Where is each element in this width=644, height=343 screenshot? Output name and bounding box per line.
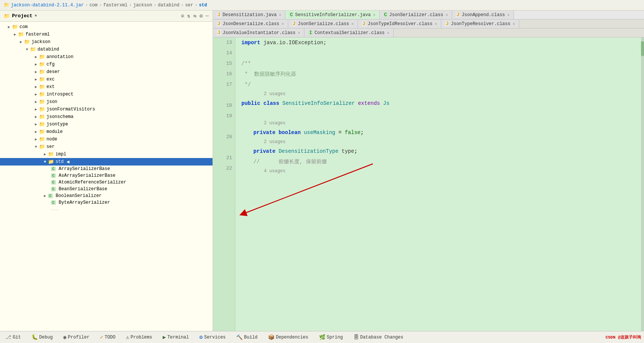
class-icon: C bbox=[289, 12, 294, 18]
build-button[interactable]: 🔨 Build bbox=[234, 333, 260, 341]
tree-item-jackson[interactable]: ▶ 📁 jackson bbox=[0, 38, 213, 46]
expand-arrow: ▶ bbox=[33, 130, 39, 134]
spring-button[interactable]: 🌿 Spring bbox=[317, 333, 345, 341]
code-line-15: /** bbox=[241, 58, 644, 69]
expand-arrow: ▶ bbox=[33, 115, 39, 119]
class-icon: C bbox=[51, 187, 56, 191]
tree-item-com[interactable]: ▶ 📁 com bbox=[0, 23, 213, 31]
tabs-row-2: J JsonDeserialize.class ✕ J JsonSerializ… bbox=[213, 19, 644, 28]
tab-json-type-id-resolver[interactable]: J JsonTypeIdResolver.class ✕ bbox=[358, 19, 441, 28]
class-icon: C bbox=[51, 167, 56, 171]
tree-item-deser[interactable]: ▶ 📁 deser bbox=[0, 68, 213, 76]
expand-arrow: ▶ bbox=[12, 32, 18, 37]
tree-item-module[interactable]: ▶ 📁 module bbox=[0, 128, 213, 136]
tree-item-ArraySerializerBase[interactable]: C ArraySerializerBase bbox=[0, 166, 213, 172]
services-button[interactable]: ⚙ Services bbox=[197, 333, 228, 341]
tree-item-impl[interactable]: ▶ 📁 impl bbox=[0, 151, 213, 158]
tree-item-json[interactable]: ▶ 📁 json bbox=[0, 98, 213, 106]
spring-icon: 🌿 bbox=[319, 334, 325, 340]
java-icon: J bbox=[217, 12, 221, 18]
tab-desensitization[interactable]: J Desensitization.java ✕ bbox=[213, 10, 285, 19]
tab-contextual-serializer[interactable]: I ContextualSerializer.class ✕ bbox=[304, 28, 394, 37]
tree-item-node[interactable]: ▶ 📁 node bbox=[0, 136, 213, 143]
tree-item-BooleanSerializer[interactable]: ▶ C BooleanSerializer bbox=[0, 192, 213, 199]
close-tab-icon[interactable]: ✕ bbox=[298, 30, 300, 35]
dependencies-button[interactable]: 📦 Dependencies bbox=[266, 333, 310, 341]
expand-arrow: ▶ bbox=[33, 137, 39, 142]
sidebar-toolbar: ⊙ ⇅ ⇆ ⚙ — bbox=[181, 13, 209, 19]
expand-arrow: ▶ bbox=[18, 40, 24, 44]
code-content: import java.io.IOException; /** * 数据脱敏序列… bbox=[235, 37, 644, 331]
tree-item-introspect[interactable]: ▶ 📁 introspect bbox=[0, 91, 213, 98]
close-tab-icon[interactable]: ✕ bbox=[445, 12, 448, 17]
close-tab-icon[interactable]: ✕ bbox=[373, 12, 376, 17]
terminal-icon: ▶ bbox=[163, 334, 166, 340]
tree-item-exc[interactable]: ▶ 📁 exc bbox=[0, 76, 213, 83]
file-tree: ▶ 📁 com ▶ 📁 fasterxml ▶ 📁 jackson bbox=[0, 22, 213, 331]
services-label: Services bbox=[204, 335, 226, 340]
close-tab-icon[interactable]: ✕ bbox=[507, 12, 510, 17]
tree-item-more: ... bbox=[0, 206, 213, 212]
terminal-button[interactable]: ▶ Terminal bbox=[160, 333, 191, 341]
close-tab-icon[interactable]: ✕ bbox=[279, 12, 282, 17]
chevron-down-icon[interactable]: ▼ bbox=[35, 14, 37, 18]
code-line-17: */ bbox=[241, 79, 644, 90]
tree-item-jsontype[interactable]: ▶ 📁 jsontype bbox=[0, 121, 213, 128]
folder-icon: 📁 bbox=[39, 91, 45, 97]
close-icon[interactable]: — bbox=[206, 13, 209, 19]
debug-label: Debug bbox=[39, 335, 53, 340]
debug-button[interactable]: 🐛 Debug bbox=[29, 333, 55, 341]
tree-item-jsonschema[interactable]: ▶ 📁 jsonschema bbox=[0, 113, 213, 121]
database-changes-label: Database Changes bbox=[360, 335, 403, 340]
class-icon: C bbox=[51, 180, 56, 185]
tree-item-ByteArraySerializer[interactable]: C ByteArraySerializer bbox=[0, 199, 213, 206]
problems-button[interactable]: ⚠ Problems bbox=[124, 333, 154, 341]
breadcrumb-ser: ser bbox=[185, 3, 193, 8]
tree-item-BeanSerializerBase[interactable]: C BeanSerializerBase bbox=[0, 186, 213, 192]
tab-json-append[interactable]: J JsonAppend.class ✕ bbox=[452, 10, 514, 19]
expand-arrow: ▶ bbox=[42, 152, 48, 157]
profiler-icon: ◉ bbox=[63, 334, 66, 340]
tree-item-AsArraySerializerBase[interactable]: C AsArraySerializerBase bbox=[0, 172, 213, 179]
git-button[interactable]: ⎇ Git bbox=[3, 333, 23, 341]
tree-item-ext[interactable]: ▶ 📁 ext bbox=[0, 83, 213, 91]
collapse-icon[interactable]: ⇆ bbox=[193, 13, 196, 19]
close-tab-icon[interactable]: ✕ bbox=[387, 30, 389, 35]
profiler-label: Profiler bbox=[68, 335, 90, 340]
tree-item-jsonFormatVisitors[interactable]: ▶ 📁 jsonFormatVisitors bbox=[0, 106, 213, 113]
tree-item-cfg[interactable]: ▶ 📁 cfg bbox=[0, 61, 213, 68]
close-tab-icon[interactable]: ✕ bbox=[512, 21, 515, 26]
dependencies-icon: 📦 bbox=[268, 334, 274, 340]
tab-json-serializer[interactable]: C JsonSerializer.class ✕ bbox=[380, 10, 452, 19]
settings-icon[interactable]: ⚙ bbox=[199, 13, 202, 19]
database-changes-button[interactable]: 🗄 Database Changes bbox=[351, 334, 406, 341]
tree-item-std[interactable]: ▼ 📁 std ◀ bbox=[0, 158, 213, 166]
folder-icon: 📁 bbox=[12, 24, 18, 30]
close-tab-icon[interactable]: ✕ bbox=[282, 21, 284, 26]
target-icon[interactable]: ⊙ bbox=[181, 13, 184, 19]
tree-item-annotation[interactable]: ▶ 📁 annotation bbox=[0, 53, 213, 61]
tree-item-AtomicReferenceSerializer[interactable]: C AtomicReferenceSerializer bbox=[0, 179, 213, 186]
folder-icon: 📁 bbox=[39, 61, 45, 67]
tab-json-value-instantiator[interactable]: J JsonValueInstantiator.class ✕ bbox=[213, 28, 304, 37]
tab-sensitive-info-serializer[interactable]: C SensitiveInfoSerializer.java ✕ bbox=[285, 10, 379, 19]
tab-json-deserialize[interactable]: J JsonDeserialize.class ✕ bbox=[213, 19, 288, 28]
breadcrumb-std: std bbox=[199, 3, 207, 8]
tab-json-serialize[interactable]: J JsonSerialize.class ✕ bbox=[288, 19, 358, 28]
java-icon: J bbox=[217, 30, 221, 36]
tree-item-fasterxml[interactable]: ▶ 📁 fasterxml bbox=[0, 31, 213, 38]
build-icon: 🔨 bbox=[236, 334, 243, 340]
todo-button[interactable]: ✓ TODO bbox=[98, 333, 118, 341]
expand-arrow: ▶ bbox=[33, 122, 39, 127]
tree-item-databind[interactable]: ▼ 📁 databind bbox=[0, 46, 213, 53]
folder-icon: 📁 bbox=[39, 76, 45, 82]
tree-item-ser[interactable]: ▼ 📁 ser bbox=[0, 143, 213, 151]
profiler-button[interactable]: ◉ Profiler bbox=[61, 333, 92, 341]
breadcrumb-com: com bbox=[90, 3, 98, 8]
sort-icon[interactable]: ⇅ bbox=[187, 13, 190, 19]
folder-icon: 📁 bbox=[39, 114, 45, 120]
close-tab-icon[interactable]: ✕ bbox=[435, 21, 437, 26]
close-tab-icon[interactable]: ✕ bbox=[351, 21, 354, 26]
tab-json-type-resolver[interactable]: J JsonTypeResolver.class ✕ bbox=[441, 19, 519, 28]
expand-arrow: ▼ bbox=[33, 145, 39, 149]
